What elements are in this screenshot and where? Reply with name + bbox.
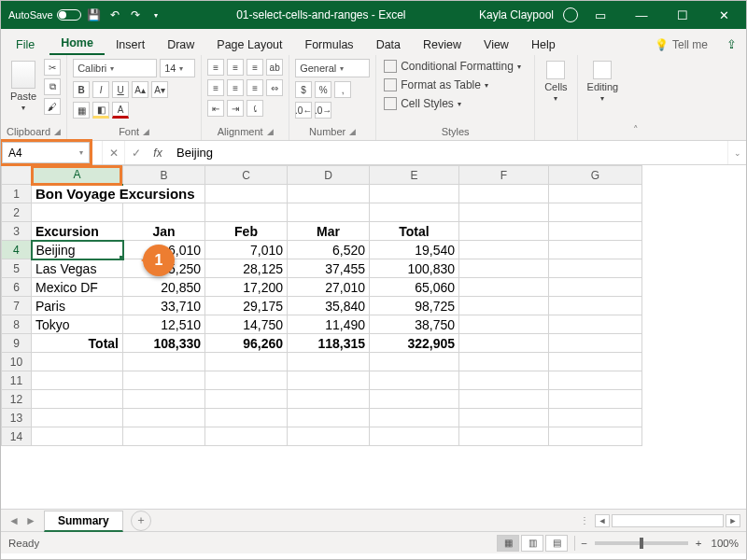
cell[interactable] — [32, 371, 123, 390]
cell[interactable] — [459, 203, 549, 222]
cell[interactable] — [370, 409, 459, 427]
font-name-select[interactable]: Calibri▾ — [73, 59, 157, 77]
selected-cell[interactable]: Beijing — [32, 241, 123, 259]
cell[interactable]: Paris — [32, 297, 123, 315]
cell[interactable] — [459, 297, 549, 315]
cell[interactable] — [549, 185, 642, 203]
bold-button[interactable]: B — [73, 81, 90, 98]
cell[interactable] — [549, 259, 642, 278]
cell[interactable] — [123, 409, 205, 427]
wrap-text-icon[interactable]: ab — [266, 59, 283, 76]
shrink-font-icon[interactable]: A▾ — [151, 81, 168, 98]
cell[interactable]: Tokyo — [32, 315, 123, 334]
cell[interactable] — [123, 390, 205, 409]
row-header[interactable]: 10 — [2, 353, 32, 371]
zoom-out-icon[interactable]: − — [581, 538, 587, 549]
cell[interactable]: Feb — [205, 222, 288, 241]
sheet-nav-next-icon[interactable]: ► — [23, 514, 38, 527]
decrease-decimal-icon[interactable]: .0→ — [315, 102, 331, 119]
close-icon[interactable]: ✕ — [705, 1, 742, 29]
cell[interactable] — [459, 222, 549, 241]
zoom-slider[interactable] — [595, 541, 688, 545]
insert-function-icon[interactable]: fx — [147, 141, 169, 164]
new-sheet-button[interactable]: ＋ — [131, 511, 151, 531]
cell[interactable]: Total — [32, 334, 123, 353]
launcher-icon[interactable]: ◢ — [267, 127, 274, 136]
ribbon-options-icon[interactable]: ▭ — [582, 1, 619, 29]
col-header-d[interactable]: D — [288, 166, 370, 185]
row-header[interactable]: 2 — [2, 203, 32, 222]
cell[interactable] — [370, 203, 459, 222]
minimize-icon[interactable]: — — [623, 1, 660, 29]
collapse-ribbon-icon[interactable]: ˄ — [627, 55, 644, 140]
cell[interactable] — [459, 315, 549, 334]
cell[interactable] — [459, 278, 549, 297]
cell[interactable] — [549, 427, 642, 446]
cell[interactable] — [288, 203, 370, 222]
page-layout-view-icon[interactable]: ▥ — [521, 535, 543, 552]
sheet-nav-prev-icon[interactable]: ◄ — [7, 514, 21, 527]
cell[interactable] — [549, 334, 642, 353]
cell-styles-button[interactable]: Cell Styles▾ — [382, 96, 523, 111]
row-header[interactable]: 14 — [2, 427, 32, 446]
cell[interactable] — [549, 278, 642, 297]
cell[interactable] — [370, 390, 459, 409]
grow-font-icon[interactable]: A▴ — [132, 81, 148, 98]
col-header-f[interactable]: F — [459, 166, 549, 185]
cell[interactable] — [459, 353, 549, 371]
hscroll-left-icon[interactable]: ◄ — [595, 514, 610, 527]
cell[interactable]: 7,010 — [205, 241, 288, 259]
align-center-icon[interactable]: ≡ — [227, 79, 244, 96]
orientation-icon[interactable]: ⤹ — [247, 100, 263, 117]
tab-formulas[interactable]: Formulas — [294, 34, 365, 55]
percent-icon[interactable]: % — [315, 81, 331, 98]
tab-data[interactable]: Data — [365, 34, 412, 55]
underline-button[interactable]: U — [112, 81, 129, 98]
align-left-icon[interactable]: ≡ — [207, 79, 224, 96]
cell[interactable] — [459, 371, 549, 390]
cell[interactable] — [205, 185, 288, 203]
cell[interactable]: 96,260 — [205, 334, 288, 353]
col-header-g[interactable]: G — [549, 166, 642, 185]
cell[interactable]: 100,830 — [370, 259, 459, 278]
cell[interactable]: Mar — [288, 222, 370, 241]
cell[interactable]: 35,840 — [288, 297, 370, 315]
sheet-tab-summary[interactable]: Summary — [44, 511, 123, 532]
user-name[interactable]: Kayla Claypool — [479, 8, 554, 21]
tab-review[interactable]: Review — [412, 34, 472, 55]
tab-home[interactable]: Home — [49, 32, 105, 55]
undo-icon[interactable]: ↶ — [107, 7, 122, 22]
cell[interactable] — [205, 353, 288, 371]
format-as-table-button[interactable]: Format as Table▾ — [382, 77, 523, 92]
copy-icon[interactable]: ⧉ — [44, 78, 61, 95]
row-header[interactable]: 13 — [2, 409, 32, 427]
cell[interactable] — [549, 222, 642, 241]
cell[interactable] — [370, 427, 459, 446]
cut-icon[interactable]: ✂ — [44, 59, 61, 76]
launcher-icon[interactable]: ◢ — [349, 127, 356, 136]
cell[interactable] — [549, 315, 642, 334]
cell[interactable]: Las Vegas — [32, 259, 123, 278]
format-painter-icon[interactable]: 🖌 — [44, 98, 61, 115]
cell[interactable] — [32, 353, 123, 371]
cell[interactable]: 38,750 — [370, 315, 459, 334]
cell[interactable]: 98,725 — [370, 297, 459, 315]
cell[interactable] — [205, 390, 288, 409]
col-header-b[interactable]: B — [123, 166, 205, 185]
cell[interactable]: 14,750 — [205, 315, 288, 334]
cell[interactable] — [32, 203, 123, 222]
row-header[interactable]: 5 — [2, 259, 32, 278]
col-header-e[interactable]: E — [370, 166, 459, 185]
cell[interactable] — [370, 371, 459, 390]
row-header[interactable]: 11 — [2, 371, 32, 390]
maximize-icon[interactable]: ☐ — [664, 1, 701, 29]
row-header[interactable]: 3 — [2, 222, 32, 241]
cell[interactable]: 6,520 — [288, 241, 370, 259]
cell[interactable]: 322,905 — [370, 334, 459, 353]
zoom-in-icon[interactable]: + — [696, 538, 702, 549]
cell[interactable]: Total — [370, 222, 459, 241]
cell[interactable]: Jan — [123, 222, 205, 241]
cell[interactable] — [32, 409, 123, 427]
cell[interactable] — [459, 409, 549, 427]
cell[interactable] — [549, 353, 642, 371]
